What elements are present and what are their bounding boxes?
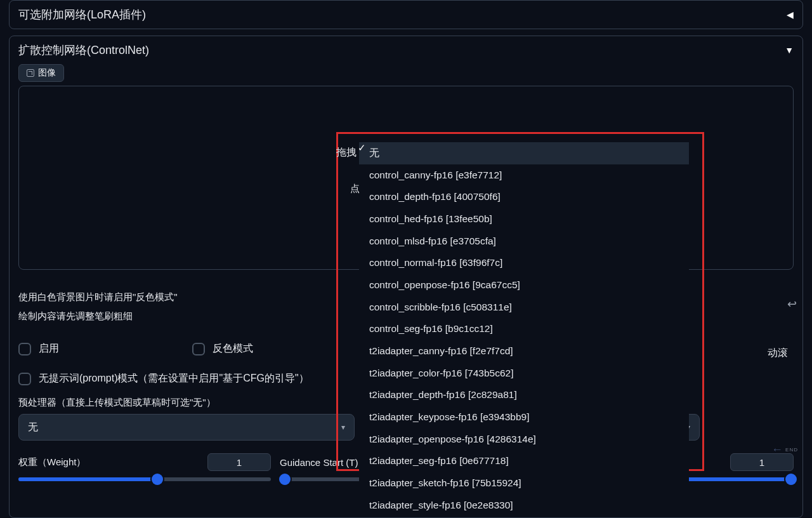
dropdown-item[interactable]: control_hed-fp16 [13fee50b]: [359, 208, 689, 230]
weight-slider[interactable]: [18, 477, 271, 481]
invert-label: 反色模式: [213, 342, 253, 355]
arrow-left-icon: ←: [771, 443, 783, 456]
undo-icon[interactable]: ↩: [787, 297, 797, 311]
dropzone-text-fragment: 拖拽: [336, 146, 357, 159]
dropdown-item[interactable]: control_normal-fp16 [63f96f7c]: [359, 252, 689, 274]
dropzone-text-fragment: 点: [350, 183, 360, 195]
lora-title: 可选附加网络(LoRA插件): [18, 7, 146, 22]
lora-panel[interactable]: 可选附加网络(LoRA插件) ◀: [9, 0, 803, 29]
dropdown-item[interactable]: t2iadapter_seg-fp16 [0e677718]: [359, 450, 689, 472]
image-tab[interactable]: 图像: [18, 64, 64, 82]
image-tab-label: 图像: [38, 67, 56, 79]
invert-checkbox[interactable]: [192, 343, 205, 355]
collapse-down-icon: ▼: [785, 45, 794, 55]
dropdown-item[interactable]: t2iadapter_depth-fp16 [2c829a81]: [359, 384, 689, 406]
dropdown-item[interactable]: t2iadapter_keypose-fp16 [e3943bb9]: [359, 406, 689, 428]
weight-value[interactable]: 1: [207, 453, 271, 471]
preproc-select[interactable]: 无 ▾: [18, 414, 355, 441]
image-icon: [27, 69, 34, 77]
dropdown-item[interactable]: t2iadapter_style-fp16 [0e2e8330]: [359, 495, 689, 517]
dropdown-item[interactable]: control_depth-fp16 [400750f6]: [359, 186, 689, 208]
controlnet-header[interactable]: 扩散控制网络(ControlNet) ▼: [18, 43, 794, 58]
dropdown-item[interactable]: control_mlsd-fp16 [e3705cfa]: [359, 230, 689, 253]
preproc-label: 预处理器（直接上传模式图或草稿时可选"无"）: [18, 397, 355, 409]
controlnet-title: 扩散控制网络(ControlNet): [18, 43, 149, 58]
collapse-left-icon: ◀: [787, 10, 794, 20]
dropdown-item[interactable]: control_seg-fp16 [b9c1cc12]: [359, 318, 689, 340]
noprompt-label: 无提示词(prompt)模式（需在设置中启用"基于CFG的引导"）: [39, 372, 309, 385]
enable-label: 启用: [39, 342, 59, 355]
dropdown-item[interactable]: control_scribble-fp16 [c508311e]: [359, 296, 689, 319]
preproc-value: 无: [28, 421, 38, 434]
lora-panel-header[interactable]: 可选附加网络(LoRA插件) ◀: [18, 7, 794, 22]
noprompt-checkbox[interactable]: [18, 373, 31, 385]
dropdown-item[interactable]: 无: [359, 142, 689, 164]
dropdown-item[interactable]: t2iadapter_canny-fp16 [f2e7f7cd]: [359, 340, 689, 362]
back-end-button[interactable]: ← END: [771, 443, 798, 456]
end-label: END: [785, 447, 798, 453]
scroll-label-fragment: 动滚: [768, 347, 788, 360]
weight-label: 权重（Weight）: [18, 456, 86, 468]
check-icon: ✓: [358, 142, 366, 154]
model-dropdown[interactable]: ✓ 无 control_canny-fp16 [e3fe7712] contro…: [359, 142, 689, 516]
dropdown-item[interactable]: t2iadapter_color-fp16 [743b5c62]: [359, 362, 689, 385]
dropdown-item[interactable]: control_openpose-fp16 [9ca67cc5]: [359, 274, 689, 296]
dropdown-item[interactable]: t2iadapter_sketch-fp16 [75b15924]: [359, 472, 689, 495]
dropdown-item[interactable]: t2iadapter_openpose-fp16 [4286314e]: [359, 428, 689, 451]
enable-checkbox[interactable]: [18, 343, 31, 355]
dropdown-item[interactable]: control_canny-fp16 [e3fe7712]: [359, 164, 689, 187]
